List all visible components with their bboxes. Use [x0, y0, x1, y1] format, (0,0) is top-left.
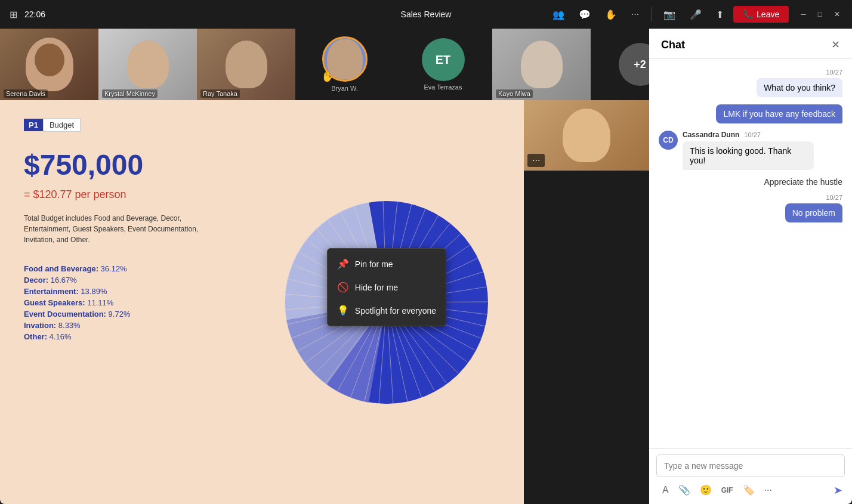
raise-hand-icon[interactable]: ✋ [600, 7, 622, 23]
window-controls: ─ □ ✕ [798, 8, 842, 21]
participant-bryan: ✋ Bryan W. [295, 29, 394, 100]
msg-bubble-1: What do you think? [757, 78, 842, 97]
msg-date-5: 10/27 [826, 194, 842, 201]
participant-name-serena: Serena Davis [4, 89, 48, 98]
presenter-video: ··· [524, 100, 649, 171]
context-menu: 📌 Pin for me 🚫 Hide for me 💡 Spotlight f… [327, 248, 446, 326]
breakdown-food: Food and Beverage: 36.12% [24, 264, 273, 273]
breakdown-speakers: Guest Speakers: 11.11% [24, 298, 273, 307]
hide-icon: 🚫 [337, 282, 349, 293]
ctx-pin-for-me[interactable]: 📌 Pin for me [328, 252, 446, 276]
slide-description: Total Budget includes Food and Beverage,… [24, 213, 203, 245]
title-bar-right: 👥 💬 ✋ ··· 📷 🎤 ⬆ 📞 Leave ─ □ ✕ [548, 6, 842, 23]
chat-input[interactable] [656, 454, 845, 477]
presenter-menu-button[interactable]: ··· [527, 154, 545, 167]
msg-sender-cassandra: Cassandra Dunn [683, 131, 739, 139]
window-title: Sales Review [401, 10, 452, 19]
participant-eva: ET Eva Terrazas [394, 29, 492, 100]
attach-button[interactable]: 📎 [675, 482, 694, 498]
participant-strip: Serena Davis Krystal McKinney Ray Tanaka [0, 29, 649, 100]
eva-initials: ET [436, 53, 451, 67]
title-bar: ⊞ 22:06 Sales Review 👥 💬 ✋ ··· 📷 🎤 ⬆ 📞 L… [0, 0, 852, 29]
participant-name-ray: Ray Tanaka [200, 89, 240, 98]
chat-message-5: 10/27 No problem [659, 194, 842, 222]
divider [651, 7, 652, 21]
breakdown-decor: Decor: 16.67% [24, 276, 273, 285]
spotlight-icon: 💡 [337, 305, 349, 316]
format-button[interactable]: A [659, 483, 672, 498]
msg-bubble-2: LMK if you have any feedback [716, 104, 842, 123]
hand-emoji: ✋ [321, 70, 334, 83]
close-button[interactable]: ✕ [832, 8, 842, 21]
pin-icon: 📌 [337, 258, 349, 270]
grid-icon[interactable]: ⊞ [10, 9, 17, 20]
participant-more[interactable]: +2 [591, 29, 649, 100]
more-badge: +2 [619, 43, 650, 86]
chat-message-1: 10/27 What do you think? [659, 69, 842, 97]
msg-left-row-3: CD Cassandra Dunn 10/27 This is looking … [659, 131, 814, 170]
cassandra-avatar: CD [659, 131, 678, 150]
ctx-hide-label: Hide for me [355, 283, 398, 292]
sticker-button[interactable]: 🏷️ [739, 482, 758, 498]
phone-icon: 📞 [743, 10, 753, 19]
chat-toolbar: A 📎 🙂 GIF 🏷️ ··· ➤ [656, 482, 845, 498]
participant-name-bryan: Bryan W. [329, 84, 360, 92]
participants-icon[interactable]: 👥 [548, 7, 569, 23]
title-bar-left: ⊞ 22:06 [10, 9, 45, 20]
breakdown-invitation: Invation: 8.33% [24, 321, 273, 330]
msg-sender-date-3: 10/27 [744, 131, 761, 138]
breakdown-entertainment: Entertainment: 13.89% [24, 287, 273, 296]
more-tools-button[interactable]: ··· [761, 483, 776, 498]
ctx-pin-label: Pin for me [355, 259, 393, 269]
ctx-spotlight-label: Spotlight for everyone [355, 306, 436, 316]
chat-header: Chat ✕ [649, 29, 852, 59]
content-area: Serena Davis Krystal McKinney Ray Tanaka [0, 29, 649, 504]
gif-button[interactable]: GIF [718, 484, 737, 497]
presenter-area: P1 Budget $750,000 = $120.77 per person … [0, 100, 649, 504]
chat-message-3: CD Cassandra Dunn 10/27 This is looking … [659, 131, 842, 170]
chat-icon[interactable]: 💬 [574, 7, 595, 23]
leave-button[interactable]: 📞 Leave [733, 6, 789, 23]
chat-input-area: A 📎 🙂 GIF 🏷️ ··· ➤ [649, 448, 852, 504]
participant-name-kayo: Kayo Miwa [496, 89, 533, 98]
msg-bubble-3: This is looking good. Thank you! [683, 141, 814, 170]
breakdown-docs: Event Documentation: 9.72% [24, 310, 273, 319]
mic-icon[interactable]: 🎤 [685, 7, 706, 23]
main-area: Serena Davis Krystal McKinney Ray Tanaka [0, 29, 852, 504]
chat-panel: Chat ✕ 10/27 What do you think? LMK if y… [649, 29, 852, 504]
share-icon[interactable]: ⬆ [711, 7, 728, 23]
chat-title: Chat [661, 39, 685, 51]
msg-date-1: 10/27 [826, 69, 842, 76]
tag-p1: P1 [24, 119, 43, 131]
ctx-spotlight[interactable]: 💡 Spotlight for everyone [328, 299, 446, 322]
participant-name-eva: Eva Terrazas [424, 84, 462, 91]
chat-close-button[interactable]: ✕ [831, 38, 840, 51]
minimize-button[interactable]: ─ [798, 8, 808, 21]
more-options-icon[interactable]: ··· [626, 7, 644, 22]
send-button[interactable]: ➤ [834, 484, 842, 497]
participant-ray: Ray Tanaka [197, 29, 295, 100]
camera-icon[interactable]: 📷 [659, 7, 680, 23]
emoji-button[interactable]: 🙂 [696, 482, 715, 498]
chat-messages: 10/27 What do you think? LMK if you have… [649, 59, 852, 448]
breakdown-other: Other: 4.16% [24, 332, 273, 341]
tag-budget: Budget [43, 118, 81, 132]
participant-kayo: Kayo Miwa [492, 29, 591, 100]
participant-serena: Serena Davis [0, 29, 98, 100]
app-window: ⊞ 22:06 Sales Review 👥 💬 ✋ ··· 📷 🎤 ⬆ 📞 L… [0, 0, 852, 504]
chat-message-4: Appreciate the hustle [659, 177, 842, 187]
participant-krystal: Krystal McKinney [98, 29, 197, 100]
ctx-hide-for-me[interactable]: 🚫 Hide for me [328, 276, 446, 299]
slide-breakdown: Food and Beverage: 36.12% Decor: 16.67% … [24, 264, 273, 341]
slide-tag: P1 Budget [24, 118, 81, 132]
msg-plain-4: Appreciate the hustle [764, 177, 842, 187]
msg-sender-line-3: Cassandra Dunn 10/27 [683, 131, 814, 139]
slide-amount: $750,000 [24, 149, 273, 181]
chat-message-2: LMK if you have any feedback [659, 104, 842, 123]
msg-bubble-5: No problem [785, 203, 842, 222]
slide-per-person: = $120.77 per person [24, 188, 273, 201]
msg-left-content-3: Cassandra Dunn 10/27 This is looking goo… [683, 131, 814, 170]
maximize-button[interactable]: □ [816, 8, 825, 21]
time-display: 22:06 [24, 10, 45, 19]
slide-left: P1 Budget $750,000 = $120.77 per person … [24, 118, 273, 486]
